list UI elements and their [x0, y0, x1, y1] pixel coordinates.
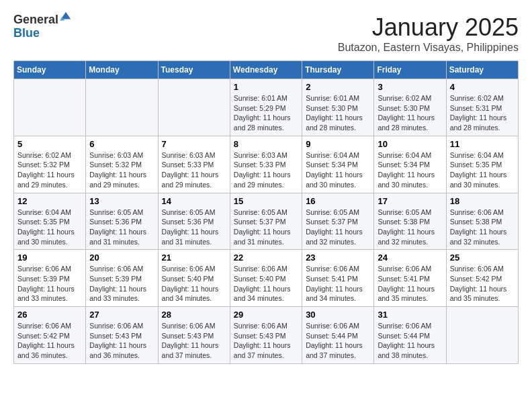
calendar-table: SundayMondayTuesdayWednesdayThursdayFrid…	[13, 60, 519, 364]
calendar-week-row: 26Sunrise: 6:06 AMSunset: 5:42 PMDayligh…	[14, 307, 519, 364]
day-info: Sunrise: 6:06 AMSunset: 5:43 PMDaylight:…	[234, 321, 298, 361]
calendar-cell: 28Sunrise: 6:06 AMSunset: 5:43 PMDayligh…	[158, 307, 230, 364]
calendar-cell: 11Sunrise: 6:04 AMSunset: 5:35 PMDayligh…	[446, 136, 518, 193]
calendar-cell: 19Sunrise: 6:06 AMSunset: 5:39 PMDayligh…	[14, 250, 86, 307]
day-info: Sunrise: 6:03 AMSunset: 5:32 PMDaylight:…	[89, 150, 154, 190]
day-info: Sunrise: 6:06 AMSunset: 5:38 PMDaylight:…	[450, 208, 515, 247]
day-info: Sunrise: 6:06 AMSunset: 5:39 PMDaylight:…	[17, 264, 82, 304]
day-number: 15	[234, 196, 298, 206]
weekday-header-friday: Friday	[374, 61, 446, 79]
day-info: Sunrise: 6:06 AMSunset: 5:40 PMDaylight:…	[162, 264, 226, 304]
calendar-cell: 9Sunrise: 6:04 AMSunset: 5:34 PMDaylight…	[302, 136, 374, 193]
day-info: Sunrise: 6:06 AMSunset: 5:43 PMDaylight:…	[89, 321, 154, 361]
day-number: 14	[162, 196, 226, 206]
title-area: January 2025 Butazon, Eastern Visayas, P…	[338, 13, 519, 54]
calendar-cell: 7Sunrise: 6:03 AMSunset: 5:33 PMDaylight…	[158, 136, 230, 193]
calendar-cell: 13Sunrise: 6:05 AMSunset: 5:36 PMDayligh…	[86, 193, 158, 250]
weekday-header-tuesday: Tuesday	[158, 61, 230, 79]
day-number: 1	[234, 82, 298, 92]
day-info: Sunrise: 6:05 AMSunset: 5:37 PMDaylight:…	[306, 208, 370, 247]
day-number: 17	[378, 196, 442, 206]
calendar-cell	[86, 79, 158, 136]
day-number: 9	[306, 139, 370, 149]
day-number: 28	[162, 310, 226, 320]
logo: General Blue	[13, 13, 72, 40]
calendar-cell: 12Sunrise: 6:04 AMSunset: 5:35 PMDayligh…	[14, 193, 86, 250]
calendar-cell	[446, 307, 518, 364]
day-info: Sunrise: 6:06 AMSunset: 5:42 PMDaylight:…	[17, 321, 82, 361]
calendar-cell: 27Sunrise: 6:06 AMSunset: 5:43 PMDayligh…	[86, 307, 158, 364]
calendar-week-row: 12Sunrise: 6:04 AMSunset: 5:35 PMDayligh…	[14, 193, 519, 250]
calendar-week-row: 19Sunrise: 6:06 AMSunset: 5:39 PMDayligh…	[14, 250, 519, 307]
day-number: 21	[162, 253, 226, 263]
day-info: Sunrise: 6:05 AMSunset: 5:36 PMDaylight:…	[89, 208, 154, 247]
day-info: Sunrise: 6:05 AMSunset: 5:38 PMDaylight:…	[378, 208, 442, 247]
logo-blue-text: Blue	[13, 27, 58, 40]
day-number: 4	[450, 82, 515, 92]
weekday-header-sunday: Sunday	[14, 61, 86, 79]
logo-general-text: General	[13, 13, 58, 27]
calendar-cell: 18Sunrise: 6:06 AMSunset: 5:38 PMDayligh…	[446, 193, 518, 250]
day-number: 26	[17, 310, 82, 320]
calendar-cell	[158, 79, 230, 136]
weekday-header-saturday: Saturday	[446, 61, 518, 79]
day-info: Sunrise: 6:06 AMSunset: 5:41 PMDaylight:…	[378, 264, 442, 304]
day-number: 30	[306, 310, 370, 320]
calendar-header-row: SundayMondayTuesdayWednesdayThursdayFrid…	[14, 61, 519, 79]
calendar-cell: 5Sunrise: 6:02 AMSunset: 5:32 PMDaylight…	[14, 136, 86, 193]
calendar-cell: 30Sunrise: 6:06 AMSunset: 5:44 PMDayligh…	[302, 307, 374, 364]
day-number: 27	[89, 310, 154, 320]
page-header: General Blue January 2025 Butazon, Easte…	[13, 13, 519, 54]
day-info: Sunrise: 6:01 AMSunset: 5:29 PMDaylight:…	[234, 93, 298, 133]
day-info: Sunrise: 6:04 AMSunset: 5:35 PMDaylight:…	[450, 150, 515, 190]
calendar-cell: 21Sunrise: 6:06 AMSunset: 5:40 PMDayligh…	[158, 250, 230, 307]
calendar-cell: 31Sunrise: 6:06 AMSunset: 5:44 PMDayligh…	[374, 307, 446, 364]
day-info: Sunrise: 6:03 AMSunset: 5:33 PMDaylight:…	[234, 150, 298, 190]
calendar-cell	[14, 79, 86, 136]
day-info: Sunrise: 6:02 AMSunset: 5:30 PMDaylight:…	[378, 93, 442, 133]
day-number: 12	[17, 196, 82, 206]
calendar-cell: 10Sunrise: 6:04 AMSunset: 5:34 PMDayligh…	[374, 136, 446, 193]
day-info: Sunrise: 6:05 AMSunset: 5:36 PMDaylight:…	[162, 208, 226, 247]
weekday-header-monday: Monday	[86, 61, 158, 79]
day-number: 31	[378, 310, 442, 320]
day-info: Sunrise: 6:02 AMSunset: 5:31 PMDaylight:…	[450, 93, 515, 133]
month-title: January 2025	[338, 13, 519, 42]
day-number: 23	[306, 253, 370, 263]
day-number: 6	[89, 139, 154, 149]
day-info: Sunrise: 6:04 AMSunset: 5:35 PMDaylight:…	[17, 208, 82, 247]
calendar-cell: 1Sunrise: 6:01 AMSunset: 5:29 PMDaylight…	[230, 79, 302, 136]
day-info: Sunrise: 6:04 AMSunset: 5:34 PMDaylight:…	[306, 150, 370, 190]
calendar-cell: 14Sunrise: 6:05 AMSunset: 5:36 PMDayligh…	[158, 193, 230, 250]
day-number: 7	[162, 139, 226, 149]
day-info: Sunrise: 6:06 AMSunset: 5:44 PMDaylight:…	[378, 321, 442, 361]
day-number: 19	[17, 253, 82, 263]
day-number: 25	[450, 253, 515, 263]
day-info: Sunrise: 6:06 AMSunset: 5:44 PMDaylight:…	[306, 321, 370, 361]
calendar-cell: 4Sunrise: 6:02 AMSunset: 5:31 PMDaylight…	[446, 79, 518, 136]
day-info: Sunrise: 6:04 AMSunset: 5:34 PMDaylight:…	[378, 150, 442, 190]
calendar-cell: 25Sunrise: 6:06 AMSunset: 5:42 PMDayligh…	[446, 250, 518, 307]
calendar-cell: 16Sunrise: 6:05 AMSunset: 5:37 PMDayligh…	[302, 193, 374, 250]
calendar-cell: 20Sunrise: 6:06 AMSunset: 5:39 PMDayligh…	[86, 250, 158, 307]
calendar-week-row: 5Sunrise: 6:02 AMSunset: 5:32 PMDaylight…	[14, 136, 519, 193]
day-number: 8	[234, 139, 298, 149]
day-number: 5	[17, 139, 82, 149]
day-info: Sunrise: 6:02 AMSunset: 5:32 PMDaylight:…	[17, 150, 82, 190]
calendar-cell: 22Sunrise: 6:06 AMSunset: 5:40 PMDayligh…	[230, 250, 302, 307]
calendar-cell: 29Sunrise: 6:06 AMSunset: 5:43 PMDayligh…	[230, 307, 302, 364]
day-number: 11	[450, 139, 515, 149]
calendar-week-row: 1Sunrise: 6:01 AMSunset: 5:29 PMDaylight…	[14, 79, 519, 136]
day-info: Sunrise: 6:06 AMSunset: 5:39 PMDaylight:…	[89, 264, 154, 304]
calendar-cell: 26Sunrise: 6:06 AMSunset: 5:42 PMDayligh…	[14, 307, 86, 364]
day-number: 20	[89, 253, 154, 263]
logo-icon	[60, 11, 72, 23]
calendar-cell: 8Sunrise: 6:03 AMSunset: 5:33 PMDaylight…	[230, 136, 302, 193]
day-info: Sunrise: 6:06 AMSunset: 5:42 PMDaylight:…	[450, 264, 515, 304]
calendar-cell: 17Sunrise: 6:05 AMSunset: 5:38 PMDayligh…	[374, 193, 446, 250]
calendar-cell: 24Sunrise: 6:06 AMSunset: 5:41 PMDayligh…	[374, 250, 446, 307]
calendar-cell: 2Sunrise: 6:01 AMSunset: 5:30 PMDaylight…	[302, 79, 374, 136]
calendar-cell: 6Sunrise: 6:03 AMSunset: 5:32 PMDaylight…	[86, 136, 158, 193]
day-info: Sunrise: 6:01 AMSunset: 5:30 PMDaylight:…	[306, 93, 370, 133]
calendar-cell: 3Sunrise: 6:02 AMSunset: 5:30 PMDaylight…	[374, 79, 446, 136]
